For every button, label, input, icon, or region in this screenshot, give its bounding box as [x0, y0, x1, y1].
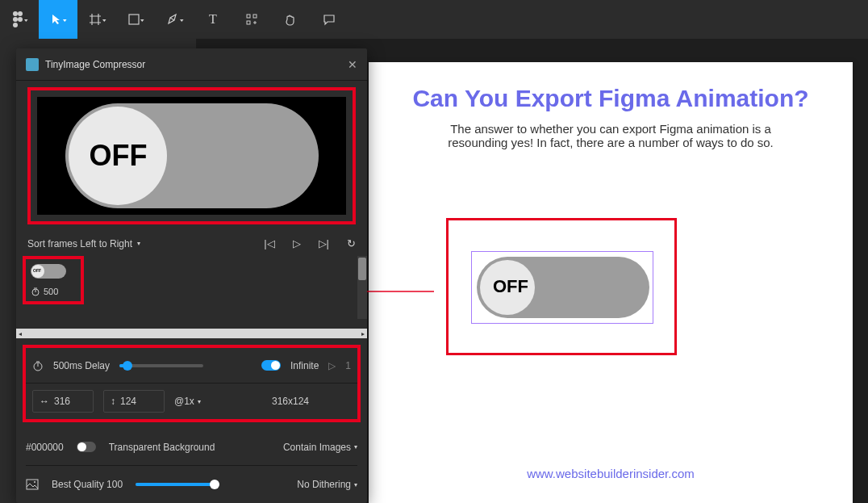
annotation-canvas-highlight: OFF — [446, 218, 677, 355]
timer-icon — [32, 360, 44, 371]
figma-logo-icon — [12, 11, 23, 27]
annotation-settings-highlight: 500ms Delay Infinite ▷ 1 ↔ 316 ↕ 124 @1x… — [23, 345, 361, 422]
tinyimage-panel: TinyImage Compressor ✕ OFF Sort frames L… — [16, 48, 367, 503]
chevron-down-icon: ▾ — [24, 17, 28, 23]
svg-point-3 — [18, 17, 23, 22]
move-tool[interactable]: ▾ — [39, 0, 77, 39]
chevron-down-icon: ▾ — [102, 17, 106, 23]
svg-rect-8 — [247, 21, 250, 24]
scale-dropdown[interactable]: @1x ▾ — [174, 396, 201, 407]
preview-label: OFF — [90, 139, 148, 173]
comment-tool[interactable] — [310, 0, 348, 39]
panel-title: TinyImage Compressor — [45, 59, 145, 70]
width-input[interactable]: ↔ 316 — [32, 390, 94, 413]
rectangle-icon — [128, 14, 140, 25]
annotation-frame-highlight: OFF 500 — [23, 256, 84, 304]
resources-icon — [246, 14, 257, 25]
quality-label: Best Quality 100 — [52, 479, 123, 490]
svg-rect-5 — [129, 15, 139, 24]
play-button[interactable]: ▷ — [293, 237, 301, 249]
comment-icon — [323, 13, 336, 26]
play-icon: ▷ — [328, 360, 336, 371]
selection-bounds: OFF — [471, 251, 653, 324]
figma-toolbar: ▾ ▾ ▾ ▾ ▾ T — [0, 0, 868, 39]
dithering-dropdown[interactable]: No Dithering ▾ — [297, 479, 357, 490]
shape-tool[interactable]: ▾ — [116, 0, 155, 39]
timer-icon — [31, 287, 40, 296]
svg-point-2 — [13, 17, 18, 22]
reload-button[interactable]: ↻ — [347, 237, 356, 249]
chevron-down-icon: ▾ — [180, 17, 184, 23]
scale-value: @1x — [174, 396, 194, 407]
chevron-down-icon: ▾ — [354, 443, 357, 451]
svg-point-13 — [34, 481, 35, 483]
sort-dropdown[interactable]: Sort frames Left to Right ▾ — [27, 238, 140, 249]
infinite-label: Infinite — [290, 360, 319, 371]
prev-frame-button[interactable]: |◁ — [264, 237, 274, 249]
panel-header[interactable]: TinyImage Compressor ✕ — [16, 48, 367, 81]
page-footer-link: www.websitebuilderinsider.com — [369, 467, 853, 480]
toggle-label: OFF — [493, 276, 528, 297]
frame-icon — [89, 13, 102, 26]
svg-rect-7 — [253, 15, 257, 18]
svg-rect-6 — [247, 15, 250, 18]
next-frame-button[interactable]: ▷| — [319, 237, 329, 249]
close-button[interactable]: ✕ — [348, 58, 357, 71]
contain-label: Contain Images — [283, 442, 351, 453]
hand-icon — [284, 13, 297, 26]
width-icon: ↔ — [40, 396, 49, 407]
svg-rect-12 — [27, 480, 38, 489]
pen-tool[interactable]: ▾ — [155, 0, 194, 39]
sort-label: Sort frames Left to Right — [27, 238, 132, 249]
delay-slider[interactable] — [119, 364, 203, 367]
preview-toggle: OFF — [65, 103, 319, 208]
text-tool[interactable]: T — [194, 0, 232, 39]
mini-label: OFF — [33, 268, 41, 273]
quality-slider[interactable] — [136, 483, 216, 486]
height-input[interactable]: ↕ 124 — [103, 390, 165, 413]
svg-point-4 — [13, 23, 18, 27]
dimensions-readout: 316x124 — [272, 396, 309, 407]
hand-tool[interactable] — [271, 0, 310, 39]
transparent-toggle[interactable] — [77, 442, 96, 452]
contain-dropdown[interactable]: Contain Images ▾ — [283, 442, 357, 453]
resources-tool[interactable] — [232, 0, 271, 39]
image-icon — [26, 478, 39, 491]
height-value: 124 — [120, 396, 136, 407]
chevron-down-icon: ▾ — [198, 398, 201, 405]
page-heading: Can You Export Figma Animation? — [369, 85, 853, 112]
svg-point-0 — [13, 11, 18, 16]
dithering-label: No Dithering — [297, 479, 351, 490]
frame-thumbnail[interactable]: OFF — [31, 264, 66, 279]
pen-icon — [166, 13, 179, 26]
frame-tool[interactable]: ▾ — [77, 0, 116, 39]
width-value: 316 — [54, 396, 70, 407]
annotation-preview-highlight: OFF — [27, 87, 356, 224]
scrollbar-thumb[interactable] — [358, 258, 366, 280]
plugin-icon — [26, 58, 39, 71]
cursor-icon — [51, 14, 62, 25]
chevron-down-icon: ▾ — [354, 481, 357, 488]
playback-controls: |◁ ▷ ▷| ↻ — [264, 237, 356, 249]
chevron-down-icon: ▾ — [137, 240, 140, 247]
preview-area: OFF — [37, 97, 346, 215]
frames-scrollbar-horizontal[interactable]: ◂▸ — [16, 329, 367, 338]
transparent-label: Transparent Background — [109, 442, 215, 453]
bg-color-value[interactable]: #000000 — [26, 442, 64, 453]
svg-point-1 — [18, 11, 23, 16]
repeat-count: 1 — [345, 360, 351, 371]
toggle-component[interactable]: OFF — [477, 257, 649, 318]
infinite-toggle[interactable] — [261, 360, 281, 371]
frames-scrollbar-vertical[interactable] — [357, 256, 367, 319]
height-icon: ↕ — [111, 396, 115, 407]
figma-menu[interactable]: ▾ — [0, 0, 39, 39]
text-icon: T — [209, 12, 217, 27]
page-body: The answer to whether you can export Fig… — [429, 122, 792, 149]
delay-label: 500ms Delay — [53, 360, 110, 371]
frame-delay[interactable]: 500 — [31, 287, 76, 296]
frame-delay-value: 500 — [44, 287, 58, 296]
chevron-down-icon: ▾ — [63, 17, 67, 23]
chevron-down-icon: ▾ — [140, 17, 144, 23]
